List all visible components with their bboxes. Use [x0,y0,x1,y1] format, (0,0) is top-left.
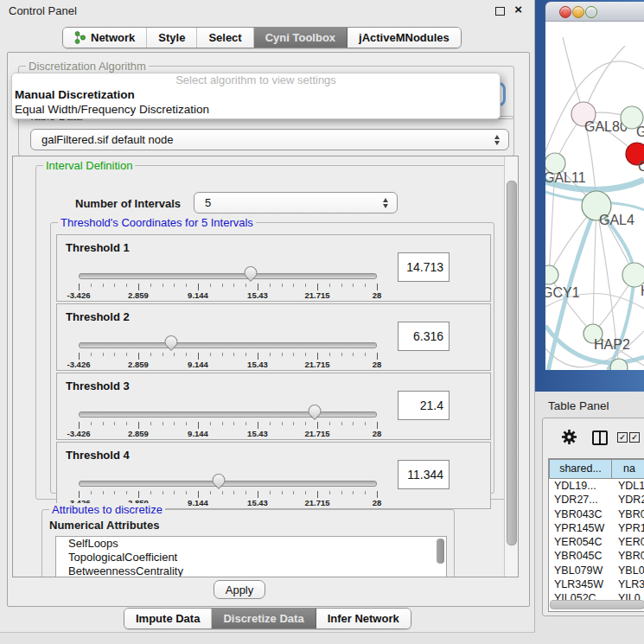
threshold-value-field[interactable]: 14.713 [398,252,450,282]
tick-label: 21.715 [304,360,329,369]
table-cell[interactable]: YPR1 [611,521,644,535]
tab-discretize-data[interactable]: Discretize Data [212,609,316,628]
threshold-slider[interactable] [79,406,377,420]
slider-track[interactable] [79,411,377,418]
tick-label: 28 [373,290,382,300]
table-cell[interactable]: YLR345W [549,577,611,591]
network-window-titlebar[interactable] [545,2,644,22]
close-traffic-light-icon[interactable] [559,6,571,18]
tick-labels: -3.4262.8599.14415.4321.71528 [79,360,377,369]
table-row[interactable]: YER054CYER0 [549,535,644,549]
table-row[interactable]: YBR045CYBR0 [549,549,644,563]
tab-network[interactable]: Network [63,28,147,48]
interval-definition-group: Interval Definition Number of Intervals … [35,165,507,500]
tick-label: 9.144 [188,360,208,369]
tick-label: 28 [373,429,382,438]
slider-track[interactable] [79,481,377,487]
table-cell[interactable]: YER054C [549,535,611,549]
apply-button[interactable]: Apply [214,580,265,599]
attributes-group-label: Attributes to discretize [49,503,165,516]
tab-jactivemnodules[interactable]: jActiveMNodules [348,28,461,48]
table-row[interactable]: YDR27...YDR2 [549,493,644,507]
network-node-label: GCY1 [545,285,580,300]
threshold-value-field[interactable]: 11.344 [398,460,450,489]
table-row[interactable]: YBR043CYBR0 [549,507,644,521]
table-toolbar: ✓ ✓ [543,418,644,456]
tick-label: 15.43 [247,429,268,438]
discretization-algorithm-group-label: Discretization Algorithm [26,60,149,73]
table-cell[interactable]: YBR0 [611,549,644,563]
column-header-shared-name[interactable]: shared... [549,459,612,479]
number-of-intervals-label: Number of Intervals [75,197,181,210]
table-data-select[interactable]: galFiltered.sif default node [30,129,509,150]
control-panel-titlebar[interactable]: Control Panel × [0,0,534,21]
table-panel: ✓ ✓ shared... na YDL19...YDL1YDR27...YDR… [542,418,644,616]
threshold-label: Threshold 1 [66,241,130,254]
checkbox-icon[interactable]: ✓ [629,432,640,443]
table-cell[interactable]: YBR0 [611,507,644,521]
table-cell[interactable]: YDR2 [611,493,644,507]
numerical-attributes-list[interactable]: SelfLoopsTopologicalCoefficientBetweenne… [55,536,447,577]
tab-infer-network[interactable]: Infer Network [316,609,411,628]
network-canvas[interactable]: GAL80GCGAL11GAL4GCY1HHAP2 [545,22,644,370]
table-row[interactable]: YBL079WYBL0 [549,564,644,577]
close-window-icon[interactable]: × [514,2,522,16]
tab-label: Cyni Toolbox [265,31,335,44]
tick-label: 9.144 [188,290,208,300]
column-header-name[interactable]: na [612,459,644,479]
minimize-traffic-light-icon[interactable] [572,6,584,18]
table-cell[interactable]: YDL19... [549,479,611,493]
table-cell[interactable]: YBL079W [549,564,611,577]
attribute-item[interactable]: BetweennessCentrality [56,564,446,577]
network-view-window: GAL80GCGAL11GAL4GCY1HHAP2 [535,0,644,392]
scrollbar-thumb[interactable] [507,181,517,545]
tick-labels: -3.4262.8599.14415.4321.71528 [79,290,377,300]
split-table-icon[interactable] [592,430,608,445]
table-cell[interactable]: YBR045C [549,549,611,563]
checkbox-icon[interactable]: ✓ [617,432,628,443]
node-table: shared... na YDL19...YDL1YDR27...YDR2YBR… [548,458,644,612]
dropdown-option-equal-width-frequency[interactable]: Equal Width/Frequency Discretization [12,102,500,117]
table-hscrollbar[interactable] [550,600,644,609]
interval-definition-label: Interval Definition [43,159,135,172]
threshold-value-field[interactable]: 21.4 [398,391,450,420]
threshold-slider[interactable] [79,475,377,489]
threshold-slider[interactable] [79,337,377,351]
table-cell[interactable]: YLR3 [611,577,644,591]
table-cell[interactable]: YPR145W [549,521,611,535]
slider-track[interactable] [79,273,377,279]
threshold-1-panel: Threshold 1 -3.4262.8599.14415.4321.7152… [56,234,491,302]
slider-track[interactable] [79,342,377,348]
tab-label: Infer Network [328,612,399,625]
control-panel-window: Control Panel × Network Style [0,0,535,633]
attribute-item[interactable]: SelfLoops [56,537,446,551]
dropdown-option-manual-discretization[interactable]: Manual Discretization [12,87,500,102]
float-window-icon[interactable] [495,7,505,16]
attribute-item[interactable]: TopologicalCoefficient [56,551,446,564]
table-cell[interactable]: YBL0 [611,564,644,577]
number-of-intervals-select[interactable]: 5 [194,192,398,214]
threshold-value-field[interactable]: 6.316 [398,322,450,351]
network-node-label: GAL11 [545,170,586,185]
table-cell[interactable]: YER0 [611,535,644,549]
threshold-2-panel: Threshold 2 -3.4262.8599.14415.4321.7152… [56,303,491,371]
table-cell[interactable]: YBR043C [549,507,611,521]
number-of-intervals-value: 5 [205,196,211,209]
tab-cyni-toolbox[interactable]: Cyni Toolbox [254,28,348,48]
settings-gear-icon[interactable] [561,429,577,449]
settings-scrollbar[interactable] [504,156,518,577]
tab-select[interactable]: Select [197,28,253,48]
table-cell[interactable]: YDL1 [611,479,644,493]
settings-scroll-panel: Interval Definition Number of Intervals … [12,156,519,577]
tab-style[interactable]: Style [147,28,197,48]
list-scrollbar[interactable] [437,539,444,564]
zoom-traffic-light-icon[interactable] [585,6,597,18]
table-row[interactable]: YPR145WYPR1 [549,521,644,535]
network-node[interactable] [545,265,558,284]
network-node-label: GAL4 [599,213,634,227]
table-row[interactable]: YLR345WYLR3 [549,577,644,591]
table-cell[interactable]: YDR27... [549,493,611,507]
threshold-slider[interactable] [79,268,377,282]
tab-impute-data[interactable]: Impute Data [124,609,212,628]
table-row[interactable]: YDL19...YDL1 [549,479,644,493]
